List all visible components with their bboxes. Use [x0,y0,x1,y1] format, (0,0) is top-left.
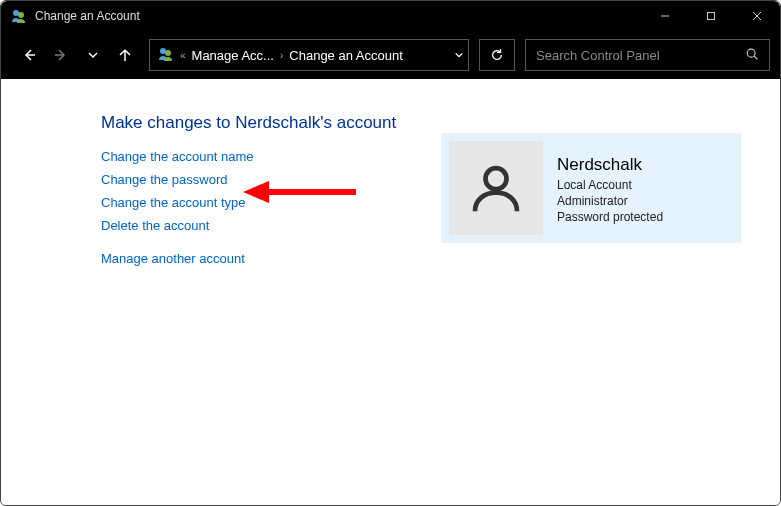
account-name: Nerdschalk [557,155,663,175]
breadcrumb-item-manage-accounts[interactable]: Manage Acc... [192,48,274,63]
window-titlebar: Change an Account [1,1,780,31]
users-icon [11,8,27,24]
forward-button[interactable] [47,41,75,69]
users-icon [158,46,174,65]
content-area: Make changes to Nerdschalk's account Cha… [1,79,780,505]
account-info: Nerdschalk Local Account Administrator P… [557,141,663,226]
search-input[interactable]: Search Control Panel [525,39,770,71]
recent-locations-button[interactable] [79,41,107,69]
link-manage-another-account[interactable]: Manage another account [101,251,441,266]
up-button[interactable] [111,41,139,69]
account-type: Local Account [557,177,663,193]
window-controls [642,1,780,31]
maximize-button[interactable] [688,1,734,31]
window-title: Change an Account [35,9,140,23]
svg-point-9 [165,50,171,56]
search-placeholder: Search Control Panel [536,48,660,63]
close-button[interactable] [734,1,780,31]
account-protection: Password protected [557,209,663,225]
chevron-right-icon: › [280,50,283,61]
account-role: Administrator [557,193,663,209]
link-change-password[interactable]: Change the password [101,172,441,187]
breadcrumb-item-change-account[interactable]: Change an Account [289,48,402,63]
actions-column: Make changes to Nerdschalk's account Cha… [101,113,441,274]
search-icon [745,47,759,64]
link-change-account-type[interactable]: Change the account type [101,195,441,210]
navigation-bar: « Manage Acc... › Change an Account Sear… [1,31,780,79]
svg-point-12 [486,168,507,189]
account-column: Nerdschalk Local Account Administrator P… [441,133,741,243]
breadcrumb[interactable]: « Manage Acc... › Change an Account [149,39,469,71]
account-card[interactable]: Nerdschalk Local Account Administrator P… [441,133,741,243]
svg-point-1 [18,12,24,18]
svg-point-10 [747,49,755,57]
avatar [449,141,543,235]
back-button[interactable] [15,41,43,69]
page-heading: Make changes to Nerdschalk's account [101,113,441,133]
link-change-account-name[interactable]: Change the account name [101,149,441,164]
link-delete-account[interactable]: Delete the account [101,218,441,233]
minimize-button[interactable] [642,1,688,31]
breadcrumb-overflow-icon[interactable]: « [180,50,186,61]
chevron-down-icon[interactable] [454,48,464,63]
svg-rect-3 [708,13,715,20]
svg-line-11 [754,56,757,59]
refresh-button[interactable] [479,39,515,71]
